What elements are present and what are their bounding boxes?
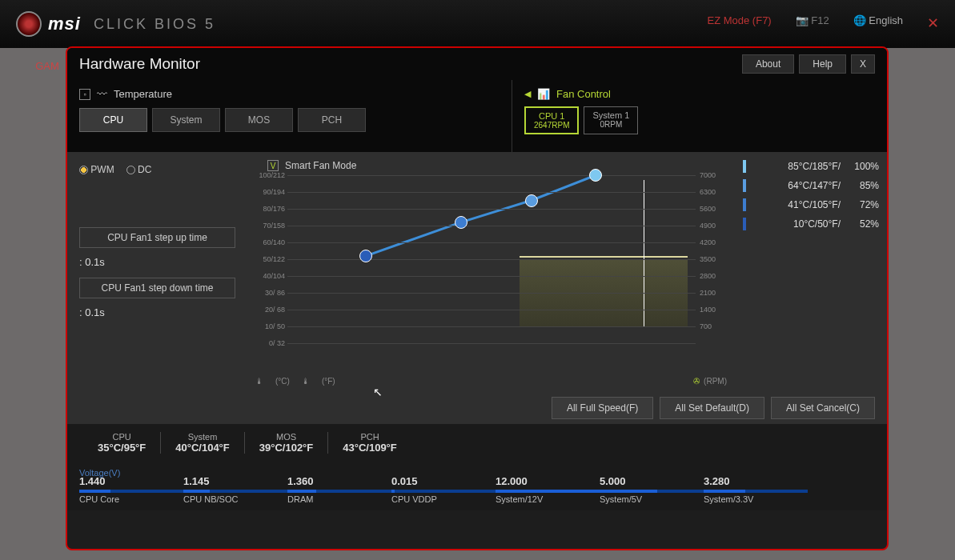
temperature-panel: ▫ 〰 Temperature CPU System MOS PCH	[67, 80, 512, 152]
pwm-radio[interactable]: PWM	[79, 164, 114, 175]
y-tick-right: 2100	[700, 289, 724, 297]
bios-product: CLICK BIOS 5	[94, 16, 215, 33]
fan-control-title: Fan Control	[556, 88, 611, 100]
tab-system[interactable]: System	[152, 108, 220, 132]
bios-close-icon[interactable]: ✕	[927, 14, 939, 32]
fan-chart-icon: 📊	[537, 88, 550, 100]
dc-radio[interactable]: DC	[126, 164, 152, 175]
step-down-box[interactable]: CPU Fan1 step down time	[79, 278, 235, 298]
temp-summary-pch: PCH43°C/109°F	[328, 432, 411, 454]
fan-tab-system1[interactable]: System 1 0RPM	[584, 106, 638, 134]
temp-tabs: CPU System MOS PCH	[79, 108, 500, 132]
point-row-3[interactable]: 10°C/50°F/ 52%	[743, 218, 879, 230]
fan-curve-chart: V Smart Fan Mode 100/21290/19480/17670/1…	[247, 152, 735, 392]
point-row-0[interactable]: 85°C/185°F/ 100%	[743, 160, 879, 173]
fan-tab-cpu1[interactable]: CPU 1 2647RPM	[524, 106, 579, 134]
all-set-cancel-button[interactable]: All Set Cancel(C)	[771, 397, 875, 419]
tab-mos[interactable]: MOS	[225, 108, 293, 132]
curve-point-2[interactable]	[525, 194, 538, 207]
y-tick-right: 700	[700, 322, 724, 330]
y-tick-left: 100/212	[251, 171, 285, 179]
left-controls: PWM DC CPU Fan1 step up time : 0.1s CPU …	[67, 152, 247, 392]
y-tick-right: 7000	[700, 171, 724, 179]
fan-rpm-icon: ✇	[693, 377, 700, 386]
y-tick-right: 3500	[700, 255, 724, 263]
window-title: Hardware Monitor	[79, 55, 200, 73]
fan-control-panel: ◀ 📊 Fan Control CPU 1 2647RPM System 1 0…	[512, 80, 887, 152]
tab-cpu[interactable]: CPU	[79, 108, 147, 132]
tab-pch[interactable]: PCH	[298, 108, 366, 132]
y-tick-right: 1400	[700, 306, 724, 314]
voltage-section: Voltage(V) 1.440 CPU Core1.145 CPU NB/SO…	[67, 462, 887, 510]
point-color-bar	[743, 179, 746, 192]
y-tick-right: 2800	[700, 272, 724, 280]
step-up-box[interactable]: CPU Fan1 step up time	[79, 227, 235, 248]
y-tick-left: 80/176	[251, 205, 285, 213]
voltage-cpu-nb-soc: 1.145 CPU NB/SOC	[183, 490, 287, 504]
voltage-cpu-vddp: 0.015 CPU VDDP	[391, 490, 496, 504]
close-button[interactable]: X	[851, 54, 875, 74]
y-tick-left: 90/194	[251, 188, 285, 196]
smart-fan-checkbox[interactable]: V	[267, 160, 279, 171]
point-color-bar	[743, 198, 746, 211]
side-gam: GAM	[35, 60, 59, 72]
point-color-bar	[743, 218, 746, 230]
y-tick-left: 60/140	[251, 238, 285, 246]
y-tick-right: 4900	[700, 222, 724, 230]
curve-point-1[interactable]	[455, 216, 467, 229]
point-row-1[interactable]: 64°C/147°F/ 85%	[743, 179, 879, 192]
curve-points-panel: 85°C/185°F/ 100% 64°C/147°F/ 85% 41°C/10…	[735, 152, 887, 392]
temp-summary-system: System40°C/104°F	[161, 432, 245, 454]
point-color-bar	[743, 160, 746, 173]
voltage-dram: 1.360 DRAM	[287, 490, 391, 504]
f12-link[interactable]: 📷 F12	[796, 14, 829, 32]
fan-prev-icon[interactable]: ◀	[524, 89, 531, 99]
time-marker[interactable]	[644, 180, 644, 327]
y-tick-right: 4200	[700, 238, 724, 246]
msi-logo: msi	[48, 14, 81, 34]
y-tick-left: 0/ 32	[251, 339, 285, 347]
ez-mode-link[interactable]: EZ Mode (F7)	[708, 14, 772, 32]
smart-fan-label: Smart Fan Mode	[285, 160, 356, 171]
voltage-system-12v: 12.000 System/12V	[496, 490, 600, 504]
thermometer-f-icon: 🌡	[302, 377, 310, 386]
window-title-bar: Hardware Monitor About Help X	[67, 48, 887, 80]
action-row: All Full Speed(F) All Set Default(D) All…	[67, 392, 887, 424]
y-tick-left: 50/122	[251, 255, 285, 263]
temp-summary-mos: MOS39°C/102°F	[245, 432, 329, 454]
all-set-default-button[interactable]: All Set Default(D)	[660, 397, 764, 419]
curve-point-3[interactable]	[589, 169, 602, 182]
hardware-monitor-window: Hardware Monitor About Help X ▫ 〰 Temper…	[66, 46, 889, 550]
y-tick-left: 40/104	[251, 272, 285, 280]
y-tick-right: 5600	[700, 205, 724, 213]
temp-summary: CPU35°C/95°FSystem40°C/104°FMOS39°C/102°…	[67, 424, 887, 462]
y-tick-left: 20/ 68	[251, 306, 285, 314]
step-up-value: : 0.1s	[79, 256, 235, 268]
chart-line-icon: 〰	[97, 88, 107, 100]
help-button[interactable]: Help	[799, 54, 846, 74]
step-down-value: : 0.1s	[79, 306, 235, 318]
y-tick-right: 6300	[700, 188, 724, 196]
voltage-cpu-core: 1.440 CPU Core	[79, 490, 183, 504]
msi-dragon-icon	[16, 11, 42, 37]
top-right-bar: EZ Mode (F7) 📷 F12 🌐 English ✕	[708, 14, 939, 32]
curve-point-0[interactable]	[359, 250, 372, 262]
temperature-title: Temperature	[114, 88, 172, 100]
temp-summary-cpu: CPU35°C/95°F	[83, 432, 161, 454]
lang-link[interactable]: 🌐 English	[853, 14, 903, 32]
about-button[interactable]: About	[742, 54, 794, 74]
point-row-2[interactable]: 41°C/105°F/ 72%	[743, 198, 879, 211]
y-tick-left: 70/158	[251, 222, 285, 230]
all-full-speed-button[interactable]: All Full Speed(F)	[552, 397, 653, 419]
voltage-system-3-3v: 3.280 System/3.3V	[704, 490, 808, 504]
y-tick-left: 30/ 86	[251, 289, 285, 297]
y-tick-left: 10/ 50	[251, 322, 285, 330]
collapse-icon[interactable]: ▫	[79, 89, 90, 100]
thermometer-c-icon: 🌡	[255, 377, 263, 386]
voltage-system-5v: 5.000 System/5V	[600, 490, 704, 504]
